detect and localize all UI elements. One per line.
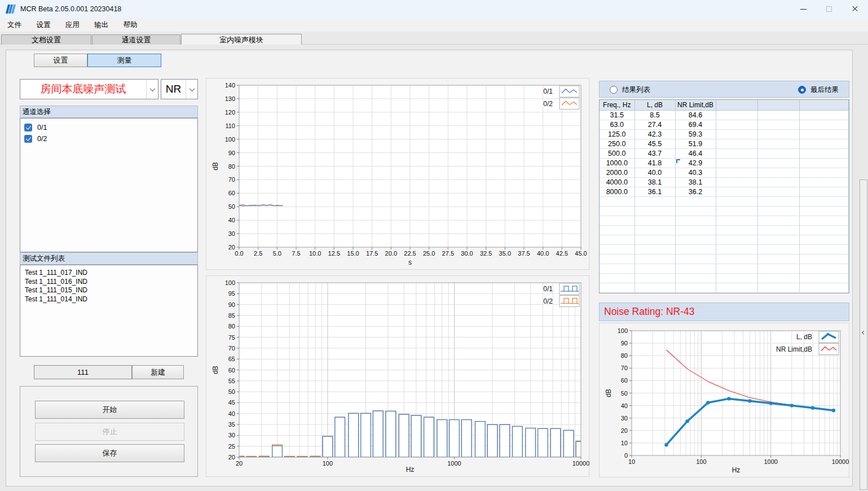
table-cell[interactable]: 36.1: [635, 187, 675, 196]
table-cell[interactable]: 38.1: [635, 177, 675, 187]
table-cell[interactable]: [675, 206, 716, 216]
table-cell[interactable]: [675, 254, 716, 264]
table-cell[interactable]: [635, 244, 675, 254]
table-column-header[interactable]: [757, 100, 799, 110]
table-cell[interactable]: [757, 254, 799, 264]
table-cell[interactable]: [799, 196, 849, 206]
table-cell[interactable]: 8000.0: [600, 187, 635, 196]
table-cell[interactable]: 59.3: [675, 129, 716, 139]
collapse-panel-handle[interactable]: [860, 179, 867, 490]
table-cell[interactable]: [600, 216, 635, 225]
rating-type-combo[interactable]: NR: [161, 79, 198, 99]
menu-item-apply[interactable]: 应用: [59, 18, 86, 32]
table-cell[interactable]: [757, 264, 799, 273]
table-cell[interactable]: [799, 244, 849, 254]
table-column-header[interactable]: L, dB: [635, 100, 675, 110]
table-cell[interactable]: [757, 110, 799, 120]
table-cell[interactable]: [799, 216, 849, 225]
table-cell[interactable]: [600, 196, 635, 206]
table-cell[interactable]: [716, 235, 757, 244]
table-cell[interactable]: [675, 244, 716, 254]
table-cell[interactable]: [757, 196, 799, 206]
table-cell[interactable]: [757, 158, 799, 168]
table-cell[interactable]: [600, 264, 635, 273]
table-cell[interactable]: [600, 254, 635, 264]
table-cell[interactable]: 500.0: [600, 148, 635, 158]
table-cell[interactable]: [635, 283, 675, 292]
table-cell[interactable]: 27.4: [635, 120, 675, 129]
table-cell[interactable]: [716, 244, 757, 254]
radio-result-list[interactable]: [610, 86, 618, 94]
table-cell[interactable]: 41.8: [635, 158, 675, 168]
table-cell[interactable]: [757, 148, 799, 158]
table-cell[interactable]: 46.4: [675, 148, 716, 158]
table-cell[interactable]: [799, 283, 849, 292]
table-column-header[interactable]: [716, 100, 757, 110]
table-cell[interactable]: 84.6: [675, 110, 716, 120]
table-cell[interactable]: [716, 129, 757, 139]
table-cell[interactable]: [716, 139, 757, 148]
list-item[interactable]: Test 1_111_015_IND: [20, 286, 197, 295]
table-cell[interactable]: [716, 283, 757, 292]
table-cell[interactable]: [716, 158, 757, 168]
table-cell[interactable]: [716, 216, 757, 225]
table-cell[interactable]: 2000.0: [600, 168, 635, 177]
table-cell[interactable]: 40.3: [675, 168, 716, 177]
table-cell[interactable]: 36.2: [675, 187, 716, 196]
button-measure-view[interactable]: 测量: [87, 54, 161, 67]
test-name-input[interactable]: [34, 365, 132, 379]
table-cell[interactable]: [716, 120, 757, 129]
checkbox-checked-icon[interactable]: [24, 124, 32, 131]
table-cell[interactable]: 38.1: [675, 177, 716, 187]
table-cell[interactable]: [675, 216, 716, 225]
table-cell[interactable]: [799, 139, 849, 148]
table-cell[interactable]: [757, 129, 799, 139]
table-cell[interactable]: [600, 206, 635, 216]
table-cell[interactable]: [799, 158, 849, 168]
table-cell[interactable]: 40.0: [635, 168, 675, 177]
table-cell[interactable]: [799, 206, 849, 216]
table-cell[interactable]: 125.0: [600, 129, 635, 139]
minimize-button[interactable]: [790, 0, 816, 18]
table-cell[interactable]: [757, 235, 799, 244]
table-cell[interactable]: [757, 206, 799, 216]
table-cell[interactable]: [716, 177, 757, 187]
table-cell[interactable]: [635, 264, 675, 273]
new-button[interactable]: 新建: [132, 365, 184, 379]
table-cell[interactable]: [799, 235, 849, 244]
table-cell[interactable]: [757, 187, 799, 196]
tab-channel-settings[interactable]: 通道设置: [92, 34, 180, 45]
table-cell[interactable]: 69.4: [675, 120, 716, 129]
list-item[interactable]: Test 1_111_017_IND: [20, 265, 197, 278]
table-cell[interactable]: 250.0: [600, 139, 635, 148]
table-cell[interactable]: [675, 225, 716, 235]
channel-item[interactable]: 0/1: [24, 122, 197, 133]
maximize-button[interactable]: [816, 0, 842, 18]
table-cell[interactable]: [757, 139, 799, 148]
table-cell[interactable]: [716, 168, 757, 177]
list-item[interactable]: Test 1_111_016_IND: [20, 278, 197, 287]
table-cell[interactable]: [716, 264, 757, 273]
table-cell[interactable]: [600, 235, 635, 244]
stop-button[interactable]: 停止: [35, 423, 184, 441]
table-cell[interactable]: 31.5: [600, 110, 635, 120]
table-cell[interactable]: [675, 264, 716, 273]
table-cell[interactable]: [799, 110, 849, 120]
checkbox-checked-icon[interactable]: [24, 135, 32, 143]
list-item[interactable]: Test 1_111_014_IND: [20, 295, 197, 304]
button-settings-view[interactable]: 设置: [34, 54, 87, 67]
table-cell[interactable]: [716, 273, 757, 283]
table-cell[interactable]: [635, 216, 675, 225]
save-button[interactable]: 保存: [35, 444, 184, 462]
table-column-header[interactable]: NR Limit,dB: [675, 100, 716, 110]
table-cell[interactable]: 1000.0: [600, 158, 635, 168]
table-column-header[interactable]: Freq., Hz: [600, 100, 635, 110]
table-cell[interactable]: [799, 225, 849, 235]
table-cell[interactable]: [799, 273, 849, 283]
radio-last-result[interactable]: [798, 86, 806, 94]
table-cell[interactable]: [635, 225, 675, 235]
table-cell[interactable]: 63.0: [600, 120, 635, 129]
table-cell[interactable]: [716, 148, 757, 158]
table-cell[interactable]: [799, 120, 849, 129]
table-cell[interactable]: [757, 168, 799, 177]
